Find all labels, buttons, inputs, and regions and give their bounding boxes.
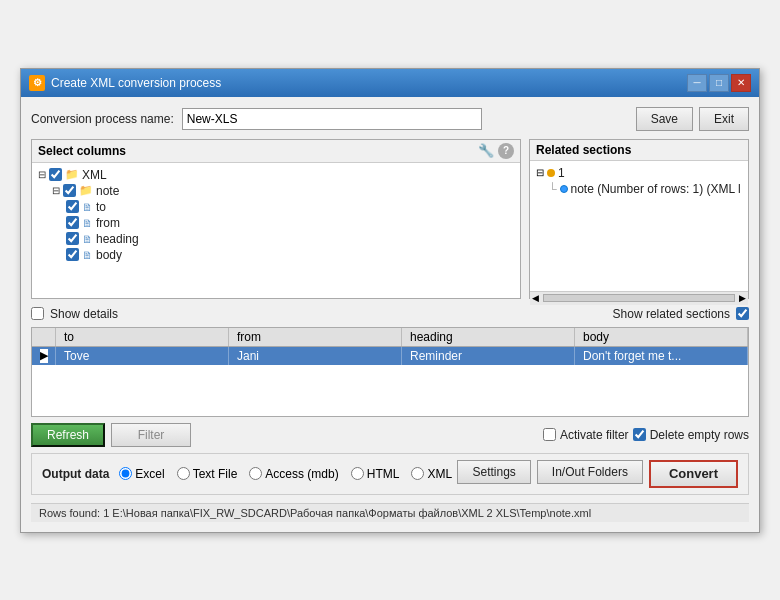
close-button[interactable]: ✕ xyxy=(731,74,751,92)
radio-access-input[interactable] xyxy=(249,467,262,480)
grid-row-0[interactable]: ▶ Tove Jani Reminder Don't forget me t..… xyxy=(32,347,748,365)
activate-filter-checkbox[interactable] xyxy=(543,428,556,441)
bottom-controls: Refresh Filter Activate filter Delete em… xyxy=(31,423,749,447)
radio-textfile[interactable]: Text File xyxy=(177,467,238,481)
radio-xml-input[interactable] xyxy=(411,467,424,480)
in-out-folders-button[interactable]: In/Out Folders xyxy=(537,460,643,484)
file-icon-heading: 🗎 xyxy=(82,233,93,245)
label-1: 1 xyxy=(558,166,565,180)
checkbox-from[interactable] xyxy=(66,216,79,229)
save-button[interactable]: Save xyxy=(636,107,693,131)
related-item-1: ⊟ 1 xyxy=(536,165,742,181)
radio-access-label: Access (mdb) xyxy=(265,467,338,481)
output-section: Output data Excel Text File Access (mdb) xyxy=(31,453,749,495)
dot-orange-1 xyxy=(547,169,555,177)
label-heading: heading xyxy=(96,232,139,246)
checkbox-xml[interactable] xyxy=(49,168,62,181)
scroll-left[interactable]: ◀ xyxy=(532,293,539,303)
line-icon: └ xyxy=(548,182,557,196)
show-related-sections-checkbox[interactable] xyxy=(736,307,749,320)
expand-xml[interactable]: ⊟ xyxy=(38,169,46,180)
tree-item-from: 🗎 from xyxy=(38,215,514,231)
label-xml: XML xyxy=(82,168,107,182)
file-icon-to: 🗎 xyxy=(82,201,93,213)
scroll-right[interactable]: ▶ xyxy=(739,293,746,303)
checkbox-body[interactable] xyxy=(66,248,79,261)
conversion-name-label: Conversion process name: xyxy=(31,112,174,126)
radio-group: Excel Text File Access (mdb) HTML xyxy=(119,467,453,481)
window-title: Create XML conversion process xyxy=(51,76,221,90)
expand-note[interactable]: ⊟ xyxy=(52,185,60,196)
conversion-name-row: Conversion process name: Save Exit xyxy=(31,107,749,131)
title-buttons: ─ □ ✕ xyxy=(687,74,751,92)
radio-html[interactable]: HTML xyxy=(351,467,400,481)
file-icon-from: 🗎 xyxy=(82,217,93,229)
scroll-track[interactable] xyxy=(543,294,735,302)
grid-col-heading: heading xyxy=(402,328,575,346)
show-controls-row: Show details Show related sections xyxy=(31,307,749,321)
conversion-name-input[interactable] xyxy=(182,108,482,130)
related-sections-panel: Related sections ⊟ 1 └ note (Number of r… xyxy=(529,139,749,299)
related-sections-title: Related sections xyxy=(536,143,631,157)
show-related-sections-row: Show related sections xyxy=(613,307,749,321)
tree-item-note: ⊟ 📁 note xyxy=(38,183,514,199)
grid-col-from: from xyxy=(229,328,402,346)
radio-xml[interactable]: XML xyxy=(411,467,452,481)
grid-col-to: to xyxy=(56,328,229,346)
checkbox-note[interactable] xyxy=(63,184,76,197)
related-sections-header: Related sections xyxy=(530,140,748,161)
help-icon[interactable]: ? xyxy=(498,143,514,159)
select-columns-panel: Select columns 🔧 ? ⊟ 📁 XML xyxy=(31,139,521,299)
status-bar: Rows found: 1 E:\Новая папка\FIX_RW_SDCA… xyxy=(31,503,749,522)
tree-item-to: 🗎 to xyxy=(38,199,514,215)
radio-html-input[interactable] xyxy=(351,467,364,480)
grid-header-arrow xyxy=(32,328,56,346)
label-to: to xyxy=(96,200,106,214)
output-row: Output data Excel Text File Access (mdb) xyxy=(42,460,738,488)
title-bar-left: ⚙ Create XML conversion process xyxy=(29,75,221,91)
related-tree: ⊟ 1 └ note (Number of rows: 1) (XML l xyxy=(530,161,748,291)
panel-header-icons: 🔧 ? xyxy=(478,143,514,159)
tools-icon[interactable]: 🔧 xyxy=(478,143,494,158)
title-bar: ⚙ Create XML conversion process ─ □ ✕ xyxy=(21,69,759,97)
radio-excel-input[interactable] xyxy=(119,467,132,480)
radio-xml-label: XML xyxy=(427,467,452,481)
window-content: Conversion process name: Save Exit Selec… xyxy=(21,97,759,532)
maximize-button[interactable]: □ xyxy=(709,74,729,92)
label-note-related: note (Number of rows: 1) (XML l xyxy=(571,182,741,196)
file-icon-body: 🗎 xyxy=(82,249,93,261)
minimize-button[interactable]: ─ xyxy=(687,74,707,92)
radio-textfile-label: Text File xyxy=(193,467,238,481)
grid-cell-to-0: Tove xyxy=(56,347,229,365)
exit-button[interactable]: Exit xyxy=(699,107,749,131)
app-icon: ⚙ xyxy=(29,75,45,91)
radio-textfile-input[interactable] xyxy=(177,467,190,480)
grid-col-body: body xyxy=(575,328,748,346)
refresh-button[interactable]: Refresh xyxy=(31,423,105,447)
grid-header: to from heading body xyxy=(32,328,748,347)
radio-access[interactable]: Access (mdb) xyxy=(249,467,338,481)
status-text: Rows found: 1 E:\Новая папка\FIX_RW_SDCA… xyxy=(39,507,591,519)
filter-button[interactable]: Filter xyxy=(111,423,191,447)
convert-button[interactable]: Convert xyxy=(649,460,738,488)
main-window: ⚙ Create XML conversion process ─ □ ✕ Co… xyxy=(20,68,760,533)
expand-1[interactable]: ⊟ xyxy=(536,167,544,178)
settings-button[interactable]: Settings xyxy=(457,460,530,484)
grid-cell-from-0: Jani xyxy=(229,347,402,365)
tree-item-xml: ⊟ 📁 XML xyxy=(38,167,514,183)
main-panels: Select columns 🔧 ? ⊟ 📁 XML xyxy=(31,139,749,299)
select-columns-header: Select columns 🔧 ? xyxy=(32,140,520,163)
radio-excel[interactable]: Excel xyxy=(119,467,164,481)
row-arrow-0: ▶ xyxy=(40,349,48,363)
checkbox-heading[interactable] xyxy=(66,232,79,245)
grid-cell-body-0: Don't forget me t... xyxy=(575,347,748,365)
related-scrollbar[interactable]: ◀ ▶ xyxy=(530,291,748,305)
activate-filter-row: Activate filter Delete empty rows xyxy=(543,428,749,442)
checkbox-to[interactable] xyxy=(66,200,79,213)
tree-item-body: 🗎 body xyxy=(38,247,514,263)
activate-filter-label: Activate filter xyxy=(560,428,629,442)
label-note: note xyxy=(96,184,119,198)
show-details-checkbox[interactable] xyxy=(31,307,44,320)
grid-cell-heading-0: Reminder xyxy=(402,347,575,365)
delete-empty-rows-checkbox[interactable] xyxy=(633,428,646,441)
